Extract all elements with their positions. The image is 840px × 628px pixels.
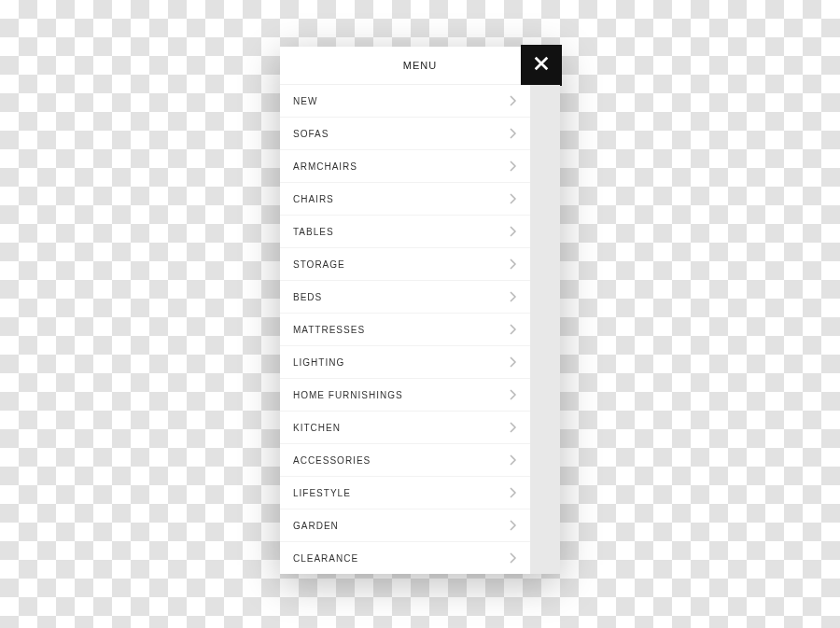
menu-item-label: LIFESTYLE — [293, 488, 351, 498]
menu-item-mattresses[interactable]: MATTRESSES — [280, 314, 530, 346]
chevron-right-icon — [510, 128, 517, 139]
menu-item-label: KITCHEN — [293, 423, 341, 433]
chevron-right-icon — [510, 95, 517, 106]
menu-item-label: CLEARANCE — [293, 553, 358, 564]
menu-item-chairs[interactable]: CHAIRS — [280, 183, 530, 216]
chevron-right-icon — [510, 160, 517, 172]
menu-item-lifestyle[interactable]: LIFESTYLE — [280, 477, 530, 509]
menu-item-accessories[interactable]: ACCESSORIES — [280, 444, 530, 477]
menu-item-label: NEW — [293, 96, 317, 106]
chevron-right-icon — [510, 258, 517, 270]
chevron-right-icon — [510, 356, 517, 368]
menu-item-label: STORAGE — [293, 259, 345, 270]
menu-item-label: HOME FURNISHINGS — [293, 390, 403, 400]
menu-item-clearance[interactable]: CLEARANCE — [280, 542, 530, 574]
chevron-right-icon — [510, 487, 517, 498]
menu-item-beds[interactable]: BEDS — [280, 281, 530, 314]
menu-item-home-furnishings[interactable]: HOME FURNISHINGS — [280, 379, 530, 412]
menu-item-storage[interactable]: STORAGE — [280, 248, 530, 281]
close-icon — [533, 55, 550, 76]
menu-item-label: ACCESSORIES — [293, 455, 371, 466]
chevron-right-icon — [510, 291, 517, 302]
chevron-right-icon — [510, 389, 517, 400]
menu-item-armchairs[interactable]: ARMCHAIRS — [280, 150, 530, 183]
menu-header: MENU — [280, 47, 560, 85]
menu-item-tables[interactable]: TABLES — [280, 216, 530, 248]
menu-item-lighting[interactable]: LIGHTING — [280, 346, 530, 379]
chevron-right-icon — [510, 422, 517, 433]
menu-scroll-gutter — [530, 85, 560, 574]
menu-list: NEWSOFASARMCHAIRSCHAIRSTABLESSTORAGEBEDS… — [280, 85, 530, 574]
chevron-right-icon — [510, 226, 517, 237]
menu-item-kitchen[interactable]: KITCHEN — [280, 412, 530, 444]
chevron-right-icon — [510, 520, 517, 531]
menu-item-label: BEDS — [293, 292, 322, 302]
menu-body: NEWSOFASARMCHAIRSCHAIRSTABLESSTORAGEBEDS… — [280, 85, 560, 574]
menu-item-sofas[interactable]: SOFAS — [280, 118, 530, 150]
close-button[interactable] — [521, 45, 562, 86]
menu-item-label: TABLES — [293, 227, 334, 237]
menu-title: MENU — [280, 47, 560, 84]
menu-item-label: LIGHTING — [293, 357, 344, 368]
menu-item-label: MATTRESSES — [293, 325, 365, 335]
menu-item-label: SOFAS — [293, 129, 329, 139]
chevron-right-icon — [510, 193, 517, 204]
chevron-right-icon — [510, 552, 517, 564]
chevron-right-icon — [510, 324, 517, 335]
menu-panel: MENU NEWSOFASARMCHAIRSCHAIRSTABLESSTORAG… — [280, 47, 560, 574]
menu-item-label: ARMCHAIRS — [293, 161, 357, 172]
menu-item-new[interactable]: NEW — [280, 85, 530, 118]
chevron-right-icon — [510, 454, 517, 466]
menu-item-garden[interactable]: GARDEN — [280, 509, 530, 542]
menu-item-label: GARDEN — [293, 521, 339, 531]
menu-item-label: CHAIRS — [293, 194, 334, 204]
